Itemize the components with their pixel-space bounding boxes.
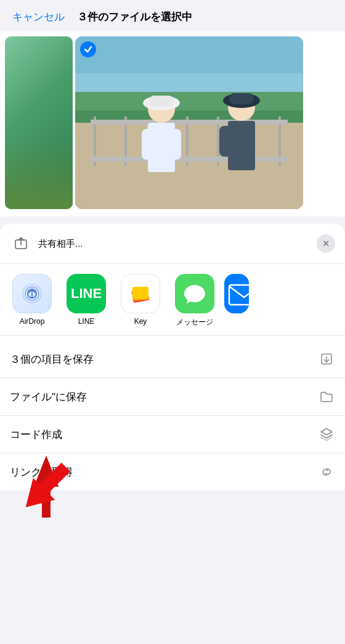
line-label: LINE [78,317,95,326]
apps-row: AirDrop LINE LINE Key [0,264,345,336]
action-create-code-text: コード作成 [10,427,318,442]
checkmark-icon [83,44,93,54]
line-app-icon: LINE [67,274,106,313]
messages-label: メッセージ [176,317,213,328]
line-icon-text: LINE [71,286,102,302]
svg-rect-23 [243,126,255,157]
share-header: 共有相手... ✕ [0,224,345,264]
airdrop-app-icon [12,274,52,313]
svg-rect-25 [229,93,254,104]
svg-rect-12 [91,120,288,125]
cancel-button[interactable]: キャンセル [12,10,65,24]
key-label: Key [134,317,147,326]
share-icon-box [10,233,32,255]
action-create-code[interactable]: コード作成 [0,416,345,453]
mail-app-icon [224,274,249,313]
svg-rect-22 [219,126,232,157]
photo-thumb-left[interactable] [5,36,73,209]
selection-checkmark [80,41,96,57]
share-header-text: 共有相手... [38,238,317,250]
action-save-items-text: ３個の項目を保存 [10,352,318,366]
svg-rect-32 [132,287,148,299]
page-title: ３件のファイルを選択中 [77,10,192,24]
action-save-files-text: ファイル"に保存 [10,390,318,404]
top-bar: キャンセル ３件のファイルを選択中 [0,0,345,31]
svg-rect-4 [75,123,303,209]
svg-rect-19 [149,96,174,107]
app-item-line[interactable]: LINE LINE [62,274,111,328]
photo-thumb-main[interactable] [75,36,303,209]
save-icon [318,350,335,368]
airdrop-icon [21,283,43,305]
svg-rect-33 [224,274,249,313]
photo-svg [75,36,303,209]
action-get-link-text: リンクを取得 [10,465,318,479]
app-item-messages[interactable]: メッセージ [170,274,219,328]
svg-rect-16 [142,129,154,160]
close-icon: ✕ [322,239,330,249]
messages-app-icon [175,274,214,313]
action-list: ３個の項目を保存 ファイル"に保存 コード作成 [0,341,345,490]
app-item-key[interactable]: Key [116,274,165,328]
photos-area [0,31,345,217]
app-item-airdrop[interactable]: AirDrop [7,274,57,328]
key-app-icon [121,274,160,313]
share-sheet: 共有相手... ✕ AirDrop LINE LINE [0,224,345,490]
svg-rect-13 [91,157,288,162]
app-item-more[interactable] [224,274,249,328]
close-button[interactable]: ✕ [317,234,335,253]
messages-icon [182,281,207,306]
folder-icon [318,388,335,405]
action-save-items[interactable]: ３個の項目を保存 [0,341,345,378]
mail-icon-svg [224,274,249,313]
action-save-files[interactable]: ファイル"に保存 [0,378,345,416]
key-icon [128,281,153,307]
action-get-link[interactable]: リンクを取得 [0,453,345,490]
share-icon [14,236,28,251]
airdrop-label: AirDrop [20,317,45,326]
svg-rect-17 [169,129,181,160]
link-icon [318,463,335,481]
layers-icon [318,426,335,443]
